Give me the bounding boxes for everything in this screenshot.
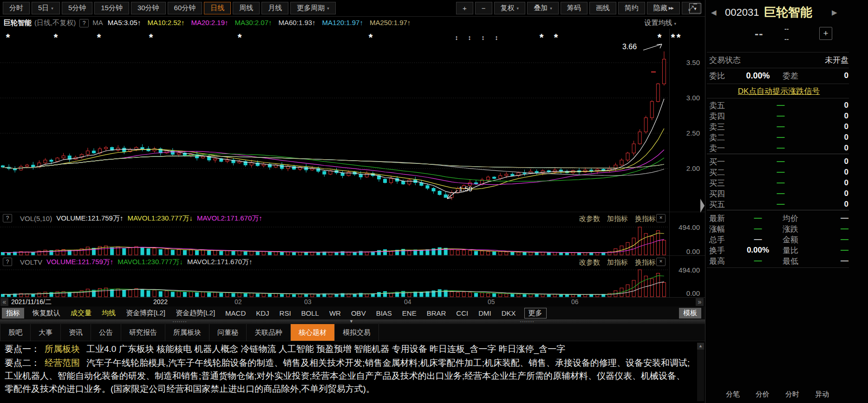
period-button-5分钟[interactable]: 5分钟 (62, 2, 92, 14)
voltv-pane[interactable]: ?VOLTVVOLUME:121.759万↑MAVOL1:230.777万↓MA… (0, 255, 705, 298)
price-placeholder-dash: — (743, 189, 819, 198)
weicha-value: 0 (816, 71, 848, 80)
prev-stock-icon[interactable]: ◀ (711, 8, 717, 17)
period-button-周线[interactable]: 周线 (233, 2, 260, 14)
collapse-caret-icon[interactable]: ▼ (349, 319, 353, 324)
price-placeholder-dash: — (743, 101, 819, 110)
low-price-annotation: 1.59 (459, 185, 472, 193)
help-icon[interactable]: ? (79, 19, 89, 27)
buy-row-买五: 买五—0 (709, 198, 848, 210)
scroll-up-icon[interactable]: ▲ (697, 343, 704, 350)
price-axis-label: 2.00 (671, 164, 700, 172)
updown-arrow-icon: ↕ (482, 34, 485, 41)
order-volume: 0 (819, 101, 848, 110)
chevron-down-icon: ▾ (674, 21, 676, 26)
tool-button-画线[interactable]: 画线 (589, 2, 616, 14)
period-button-日线[interactable]: 日线 (204, 2, 231, 14)
indicator-item-恢复默认[interactable]: 恢复默认 (31, 308, 62, 318)
indicator-item-OBV[interactable]: OBV (349, 308, 368, 318)
expand-panel-icon[interactable]: ▼ (689, 3, 701, 13)
indicator-item-资金趋势[L2][interactable]: 资金趋势[L2] (174, 308, 217, 318)
close-icon[interactable]: × (656, 214, 666, 222)
indicator-item-成交量[interactable]: 成交量 (69, 308, 93, 318)
tool-button-隐藏[interactable]: 隐藏▶▶ (647, 2, 680, 14)
period-button-5日[interactable]: 5日▾ (32, 2, 60, 14)
quote-tab-分价[interactable]: 分价 (756, 390, 770, 403)
next-stock-icon[interactable]: ▶ (832, 8, 837, 17)
pane-link-加指标[interactable]: 加指标 (607, 214, 628, 223)
nav-tab-模拟交易[interactable]: 模拟交易 (335, 324, 379, 341)
indicator-item-CCI[interactable]: CCI (454, 308, 470, 318)
scroll-right-button[interactable]: » (696, 298, 704, 306)
nav-tab-问董秘[interactable]: 问董秘 (209, 324, 247, 341)
event-star-icon: * (54, 32, 58, 43)
candlestick-chart[interactable]: ***********↕↕↕↕ 3.503.002.502.003.661.59 (0, 29, 705, 212)
nav-tab-核心题材[interactable]: 核心题材 (291, 324, 335, 341)
period-button-15分钟[interactable]: 15分钟 (94, 2, 129, 14)
nav-tab-资讯[interactable]: 资讯 (61, 324, 91, 341)
indicator-item-指标[interactable]: 指标 (2, 308, 24, 318)
ma-settings-button[interactable]: 设置均线▾ (644, 17, 676, 30)
tool-button-筹码[interactable]: 筹码 (561, 2, 587, 14)
tool-label: 叠加 (534, 4, 548, 13)
close-icon[interactable]: × (656, 258, 666, 266)
period-button-30分钟[interactable]: 30分钟 (131, 2, 166, 14)
indicator-item-ENE[interactable]: ENE (400, 308, 418, 318)
double-arrow-icon: ▶▶ (669, 6, 673, 10)
help-icon[interactable]: ? (3, 214, 12, 222)
nav-tab-关联品种[interactable]: 关联品种 (247, 324, 291, 341)
period-button-更多周期[interactable]: 更多周期▾ (290, 2, 336, 14)
order-level-label: 买二 (709, 167, 743, 178)
tool-button-复权[interactable]: 复权▾ (494, 2, 526, 14)
period-button-月线[interactable]: 月线 (261, 2, 288, 14)
indicator-item-DMI[interactable]: DMI (476, 308, 493, 318)
period-button-分时[interactable]: 分时 (3, 2, 30, 14)
dk-signal-link[interactable]: DK点自动提示涨跌信号 (738, 86, 820, 97)
nav-tab-研究报告[interactable]: 研究报告 (121, 324, 165, 341)
quote-tab-异动[interactable]: 异动 (815, 390, 829, 403)
nav-tab-大事[interactable]: 大事 (31, 324, 61, 341)
pane-link-换指标[interactable]: 换指标 (635, 258, 656, 267)
indicator-item-WR[interactable]: WR (327, 308, 343, 318)
tool-button-−[interactable]: − (475, 2, 492, 14)
kp1-keyword: 所属板块 (45, 344, 80, 354)
indicator-item-更多[interactable]: 更多 (524, 308, 547, 318)
indicator-item-均线[interactable]: 均线 (100, 308, 117, 318)
order-volume: 0 (819, 157, 848, 166)
quote-tab-分时[interactable]: 分时 (785, 390, 799, 403)
pane-link-改参数[interactable]: 改参数 (579, 214, 600, 223)
tool-button-简约[interactable]: 简约 (618, 2, 645, 14)
indicator-item-BRAR[interactable]: BRAR (425, 308, 448, 318)
indicator-item-模板[interactable]: 模板 (679, 308, 701, 318)
help-icon[interactable]: ? (3, 258, 12, 266)
indicator-item-BIAS[interactable]: BIAS (374, 308, 394, 318)
volume-pane[interactable]: ?VOL(5,10)VOLUME:121.759万↑MAVOL1:230.777… (0, 212, 705, 256)
grip-dots-icon[interactable]: ••••••• (520, 320, 535, 323)
tool-button-叠加[interactable]: 叠加▾ (527, 2, 559, 14)
grip-dots-icon[interactable]: ••••••• (173, 320, 187, 323)
add-to-watchlist-button[interactable]: + (819, 27, 832, 40)
content-scrollbar[interactable]: ▲ (697, 343, 704, 401)
nav-tab-股吧[interactable]: 股吧 (0, 324, 31, 341)
pane-link-换指标[interactable]: 换指标 (635, 214, 656, 223)
price-placeholder-dash: — (743, 168, 819, 177)
period-button-60分钟[interactable]: 60分钟 (168, 2, 202, 14)
pane-link-加指标[interactable]: 加指标 (607, 258, 628, 267)
indicator-item-RSI[interactable]: RSI (278, 308, 293, 318)
quote-tab-分笔[interactable]: 分笔 (726, 390, 740, 403)
indicator-item-BOLL[interactable]: BOLL (300, 308, 321, 318)
indicator-item-资金博弈[L2][interactable]: 资金博弈[L2] (124, 308, 167, 318)
nav-tab-所属板块[interactable]: 所属板块 (165, 324, 209, 341)
indicator-item-DKX[interactable]: DKX (500, 308, 518, 318)
indicator-item-MACD[interactable]: MACD (223, 308, 248, 318)
price-placeholder-dash: — (743, 157, 819, 166)
nav-tab-公告[interactable]: 公告 (91, 324, 121, 341)
tool-button-+[interactable]: + (456, 2, 473, 14)
pane-link-改参数[interactable]: 改参数 (579, 258, 600, 267)
splitter-strip[interactable]: ••••••• ▼ ••••••• (0, 319, 705, 324)
stock-title: 巨轮智能 (4, 19, 32, 26)
scroll-left-button[interactable]: « (0, 298, 8, 306)
main-chart-canvas[interactable]: ***********↕↕↕↕ (0, 29, 705, 212)
indicator-item-KDJ[interactable]: KDJ (254, 308, 271, 318)
panel-splitter-arrow[interactable] (700, 199, 705, 213)
